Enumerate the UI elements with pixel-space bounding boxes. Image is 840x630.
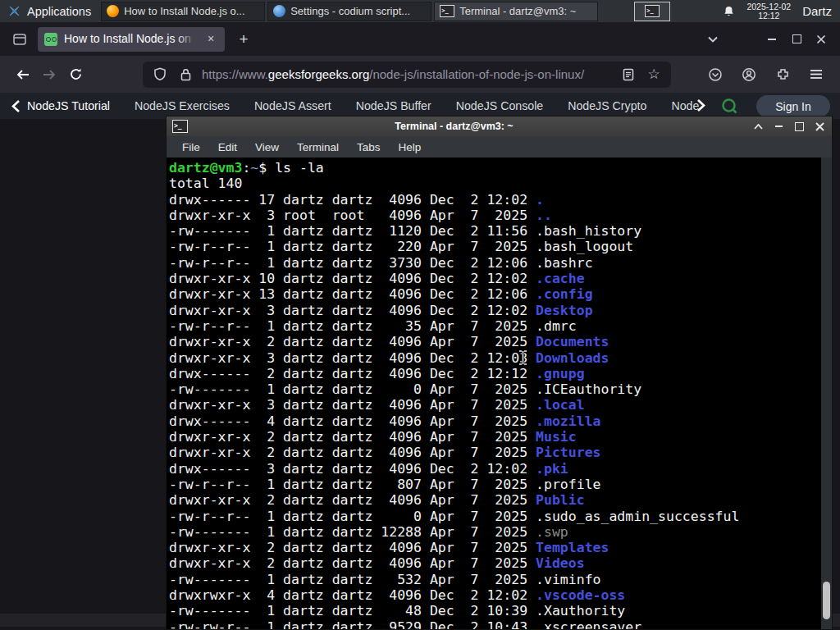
taskbar-button-codium[interactable]: Settings - codium script... (267, 2, 431, 21)
site-nav-item[interactable]: NodeJS Assert (254, 99, 331, 112)
terminal-shade-button[interactable] (751, 120, 765, 133)
terminal-scrollbar[interactable] (821, 158, 832, 629)
terminal-title: Terminal - dartz@vm3: ~ (167, 121, 742, 132)
taskbar-button-terminal[interactable]: >_Terminal - dartz@vm3: ~ (434, 2, 598, 21)
extensions-icon[interactable] (772, 64, 793, 85)
terminal-line: -rw------- 1 dartz dartz 0 Apr 7 2025 .I… (169, 381, 832, 397)
terminal-line: drwxr-xr-x 3 dartz dartz 4096 Apr 7 2025… (169, 397, 832, 413)
taskbar-button-title: Settings - codium script... (290, 5, 410, 17)
browser-toolbar: https://www.geeksforgeeks.org/node-js/in… (0, 56, 840, 93)
tab-close-icon[interactable]: × (203, 32, 218, 47)
site-nav-item-label: NodeJS Tutorial (27, 99, 110, 112)
terminal-line: -rw-r--r-- 1 dartz dartz 807 Apr 7 2025 … (169, 477, 832, 492)
account-icon[interactable] (738, 64, 760, 85)
back-button[interactable] (10, 62, 36, 88)
workspace-pager[interactable]: >_ (634, 2, 670, 21)
applications-icon (7, 4, 21, 18)
terminal-menu-file[interactable]: File (173, 141, 209, 153)
sign-in-button[interactable]: Sign In (756, 95, 830, 117)
url-domain: geeksforgeeks.org (268, 67, 369, 81)
applications-menu-button[interactable]: Applications (0, 0, 98, 22)
terminal-menu-help[interactable]: Help (390, 141, 431, 153)
site-nav-item[interactable]: NodeJS Console (456, 99, 543, 112)
terminal-line: -rw------- 1 dartz dartz 48 Dec 2 10:39 … (169, 603, 832, 619)
terminal-menu-tabs[interactable]: Tabs (348, 141, 390, 153)
mouse-cursor-ibeam (518, 350, 527, 365)
clock-date: 2025-12-02 (746, 2, 791, 11)
terminal-line: -rw-r--r-- 1 dartz dartz 0 Apr 7 2025 .s… (169, 509, 832, 524)
taskbar-button-title: Terminal - dartz@vm3: ~ (459, 5, 576, 17)
terminal-maximize-button[interactable] (792, 120, 806, 133)
terminal-body[interactable]: dartz@vm3:~$ ls -latotal 140drwx------ 1… (167, 158, 832, 629)
url-path: /node-js/installation-of-node-js-on-linu… (369, 67, 584, 81)
terminal-line: drwxr-xr-x 3 dartz dartz 4096 Dec 2 12:0… (169, 303, 832, 318)
search-icon[interactable] (720, 97, 739, 116)
url-scheme: https://www. (202, 67, 268, 81)
site-nav-item[interactable]: NodeJS Buffer (356, 99, 431, 112)
browser-tab-active[interactable]: How to Install Node.js on × (38, 27, 225, 52)
terminal-scrollbar-thumb[interactable] (823, 582, 830, 619)
terminal-line: drwxr-xr-x 2 dartz dartz 4096 Apr 7 2025… (169, 429, 832, 445)
terminal-icon: >_ (440, 5, 454, 17)
terminal-line: drwx------ 17 dartz dartz 4096 Dec 2 12:… (169, 192, 832, 208)
terminal-menu-view[interactable]: View (246, 141, 288, 153)
site-nav-item[interactable]: NodeJS Exercises (135, 99, 230, 112)
taskbar-button-firefox[interactable]: How to Install Node.js o... (101, 2, 265, 21)
terminal-menubar: FileEditViewTerminalTabsHelp (167, 136, 832, 158)
window-restore-button[interactable] (784, 29, 809, 50)
site-nav-item[interactable]: NodeJS DNS (671, 99, 699, 112)
terminal-line: drwxr-xr-x 10 dartz dartz 4096 Dec 2 12:… (169, 271, 832, 286)
taskbar-button-title: How to Install Node.js o... (124, 5, 244, 17)
terminal-line: drwxr-xr-x 2 dartz dartz 4096 Apr 7 2025… (169, 492, 832, 508)
terminal-menu-edit[interactable]: Edit (209, 141, 246, 153)
bookmark-star-icon[interactable]: ☆ (645, 66, 663, 84)
site-nav-item[interactable]: NodeJS Tutorial (11, 99, 110, 113)
terminal-line: -rw------- 1 dartz dartz 12288 Apr 7 202… (169, 524, 832, 540)
reader-mode-icon[interactable] (619, 66, 637, 84)
terminal-menu-terminal[interactable]: Terminal (288, 141, 348, 153)
pocket-icon[interactable] (705, 64, 726, 85)
firefox-icon (107, 5, 119, 17)
terminal-mini-icon: >_ (645, 5, 660, 17)
applications-label: Applications (27, 5, 91, 18)
codium-icon (273, 5, 285, 17)
terminal-line: -rw-rw-r-- 1 dartz dartz 9529 Dec 2 10:4… (169, 619, 832, 629)
shield-icon[interactable] (151, 66, 169, 84)
menu-hamburger-icon[interactable] (806, 64, 827, 85)
terminal-line: drwxr-xr-x 2 dartz dartz 4096 Apr 7 2025… (169, 555, 832, 571)
terminal-line: -rw-r--r-- 1 dartz dartz 220 Apr 7 2025 … (169, 239, 832, 254)
notification-bell-icon[interactable] (723, 5, 735, 18)
terminal-line: drwx------ 2 dartz dartz 4096 Dec 2 12:1… (169, 366, 832, 381)
clock-time: 12:12 (746, 11, 791, 21)
panel-clock[interactable]: 2025-12-02 12:12 (746, 2, 791, 21)
firefox-view-button[interactable] (8, 28, 31, 51)
lock-icon[interactable] (176, 66, 194, 84)
window-minimize-button[interactable] (760, 29, 784, 50)
forward-button[interactable] (36, 62, 62, 88)
tab-bar: How to Install Node.js on × + (0, 22, 840, 56)
terminal-titlebar[interactable]: >_ Terminal - dartz@vm3: ~ (167, 116, 832, 136)
nav-scroll-left-icon[interactable] (11, 99, 21, 113)
terminal-window: >_ Terminal - dartz@vm3: ~ FileEditViewT… (166, 116, 833, 630)
panel-user-label[interactable]: Dartz (802, 4, 832, 18)
terminal-minimize-button[interactable] (772, 120, 785, 133)
window-close-button[interactable] (809, 29, 833, 50)
site-nav-item[interactable]: NodeJS Crypto (568, 99, 646, 112)
terminal-line: -rw-r--r-- 1 dartz dartz 3730 Dec 2 12:0… (169, 255, 832, 271)
terminal-line: drwxrwxr-x 4 dartz dartz 4096 Dec 2 12:0… (169, 587, 832, 603)
url-bar[interactable]: https://www.geeksforgeeks.org/node-js/in… (143, 62, 671, 88)
nav-scroll-right-icon[interactable] (696, 98, 705, 112)
terminal-line: drwxr-xr-x 3 dartz dartz 4096 Dec 2 12:0… (169, 350, 832, 366)
terminal-line: -rw-r--r-- 1 dartz dartz 35 Apr 7 2025 .… (169, 318, 832, 334)
list-all-tabs-chevron-icon[interactable] (701, 29, 725, 50)
terminal-line: drwx------ 3 dartz dartz 4096 Dec 2 12:0… (169, 461, 832, 477)
new-tab-button[interactable]: + (233, 29, 254, 50)
terminal-line: drwx------ 4 dartz dartz 4096 Apr 7 2025… (169, 413, 832, 429)
terminal-line: drwxr-xr-x 2 dartz dartz 4096 Apr 7 2025… (169, 540, 832, 555)
terminal-line: total 140 (169, 176, 832, 191)
terminal-close-button[interactable] (813, 120, 826, 133)
reload-button[interactable] (62, 62, 89, 88)
terminal-line: dartz@vm3:~$ ls -la (169, 160, 832, 176)
terminal-line: drwxr-xr-x 2 dartz dartz 4096 Apr 7 2025… (169, 334, 832, 349)
url-text[interactable]: https://www.geeksforgeeks.org/node-js/in… (202, 67, 612, 81)
